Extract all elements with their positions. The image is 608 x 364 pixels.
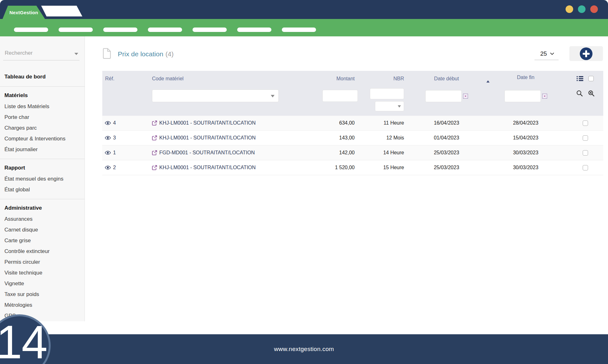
page-number: 14 xyxy=(0,315,47,364)
external-link-icon[interactable] xyxy=(152,135,157,140)
brand-tab[interactable]: NextGestion xyxy=(3,6,45,19)
nav-menu-item-redacted[interactable] xyxy=(14,28,48,32)
table-row: 2 KHJ-LM0001 - SOUTRAITANT/LOCATION 1 52… xyxy=(102,160,603,175)
nav-menu-item-redacted[interactable] xyxy=(237,28,271,32)
sidebar-header-tableau-de-bord[interactable]: Tableau de bord xyxy=(0,71,85,83)
select-all-checkbox[interactable] xyxy=(588,76,594,81)
column-date-fin[interactable]: Date fin xyxy=(484,75,567,83)
search-input[interactable] xyxy=(3,48,79,59)
footer-url: www.nextgestion.com xyxy=(274,346,334,353)
plus-icon xyxy=(580,47,592,60)
sidebar: Tableau de bordMatérielsListe des Matéri… xyxy=(0,36,85,321)
teal-dot-icon[interactable] xyxy=(578,5,586,13)
clear-search-icon[interactable] xyxy=(588,90,594,96)
code-filter-select[interactable] xyxy=(152,89,279,102)
sidebar-item-etat-mensuel-des-engins[interactable]: État mensuel des engins xyxy=(0,174,85,184)
sidebar-item-porte-char[interactable]: Porte char xyxy=(0,112,85,123)
chevron-down-icon[interactable] xyxy=(74,53,78,55)
table-row: 4 KHJ-LM0001 - SOUTRAITANT/LOCATION 634,… xyxy=(102,116,603,131)
code-link[interactable]: KHJ-LM0001 - SOUTRAITANT/LOCATION xyxy=(159,165,256,170)
column-code[interactable]: Code matériel xyxy=(152,76,314,82)
nav-menu-item-redacted[interactable] xyxy=(282,28,316,32)
data-table: Réf. Code matériel Montant NBR Date débu… xyxy=(102,71,603,175)
brand-name: NextGestion xyxy=(10,10,38,15)
page-size-select[interactable]: 25 xyxy=(535,49,559,60)
sidebar-item-liste-des-materiels[interactable]: Liste des Matériels xyxy=(0,101,85,112)
sort-asc-icon xyxy=(486,80,490,83)
sidebar-header-materiels[interactable]: Matériels xyxy=(0,90,85,101)
nbr-value: 11 Heure xyxy=(358,120,408,126)
sidebar-item-compteur-interventions[interactable]: Compteur & Interventions xyxy=(0,133,85,144)
nbr-unit-filter-select[interactable] xyxy=(375,101,404,111)
view-eye-icon[interactable] xyxy=(105,165,111,170)
nbr-value: 15 Heure xyxy=(358,165,408,170)
sidebar-header-rapport[interactable]: Rapport xyxy=(0,162,85,174)
column-montant[interactable]: Montant xyxy=(314,76,358,82)
sidebar-nav: Tableau de bordMatérielsListe des Matéri… xyxy=(0,68,85,321)
sidebar-item-carte-grise[interactable]: Carte grise xyxy=(0,235,85,246)
nav-menu-item-redacted[interactable] xyxy=(59,28,93,32)
menu-items xyxy=(0,19,608,32)
yellow-dot-icon[interactable] xyxy=(566,5,573,13)
date-fin-filter-input[interactable] xyxy=(504,90,541,102)
caret-down-icon xyxy=(398,105,401,108)
main-menu-bar xyxy=(0,19,608,36)
sidebar-item-assurances[interactable]: Assurances xyxy=(0,214,85,225)
column-ref[interactable]: Réf. xyxy=(102,76,152,82)
external-link-icon[interactable] xyxy=(152,165,157,170)
sidebar-search[interactable] xyxy=(3,48,79,60)
date-fin-value: 28/04/2023 xyxy=(484,120,567,126)
date-fin-value: 30/03/2023 xyxy=(484,150,567,156)
row-checkbox[interactable] xyxy=(583,165,588,170)
sidebar-item-visite-technique[interactable]: Visite technique xyxy=(0,268,85,278)
chevron-down-icon xyxy=(550,52,554,55)
view-eye-icon[interactable] xyxy=(105,121,111,125)
montant-value: 143,00 xyxy=(314,135,358,141)
sidebar-item-controle-extincteur[interactable]: Contrôle extincteur xyxy=(0,246,85,257)
code-link[interactable]: FGD-MD001 - SOUTRAITANT/LOCATION xyxy=(159,150,255,156)
red-dot-icon[interactable] xyxy=(590,5,598,13)
column-date-debut[interactable]: Date début xyxy=(408,76,484,82)
montant-filter-input[interactable] xyxy=(322,90,358,102)
row-checkbox[interactable] xyxy=(583,120,588,126)
sidebar-item-etat-journalier[interactable]: État journalier xyxy=(0,144,85,155)
sidebar-section-rapport: RapportÉtat mensuel des enginsÉtat globa… xyxy=(0,159,85,199)
external-link-icon[interactable] xyxy=(152,150,157,155)
montant-value: 142,00 xyxy=(314,150,358,156)
sidebar-item-carnet-disque[interactable]: Carnet disque xyxy=(0,225,85,235)
row-checkbox[interactable] xyxy=(583,150,588,156)
nbr-filter-input[interactable] xyxy=(370,88,404,99)
code-link[interactable]: KHJ-LM0001 - SOUTRAITANT/LOCATION xyxy=(159,135,256,141)
external-link-icon[interactable] xyxy=(152,120,157,126)
calendar-icon[interactable] xyxy=(542,94,547,99)
sidebar-item-vignette[interactable]: Vignette xyxy=(0,278,85,289)
page-number-badge: 14 xyxy=(0,314,51,364)
sidebar-section-tableau-de-bord: Tableau de bord xyxy=(0,68,85,86)
sidebar-header-administrative[interactable]: Administrative xyxy=(0,202,85,214)
view-eye-icon[interactable] xyxy=(105,151,111,155)
view-eye-icon[interactable] xyxy=(105,136,111,140)
sidebar-item-permis-circuler[interactable]: Permis circuler xyxy=(0,257,85,268)
sidebar-item-etat-global[interactable]: État global xyxy=(0,184,85,195)
calendar-icon[interactable] xyxy=(463,94,468,99)
ref-value: 2 xyxy=(113,165,116,170)
code-link[interactable]: KHJ-LM0001 - SOUTRAITANT/LOCATION xyxy=(159,120,256,126)
redacted-tab[interactable] xyxy=(41,6,82,16)
sidebar-item-taxe-sur-poids[interactable]: Taxe sur poids xyxy=(0,289,85,300)
column-nbr[interactable]: NBR xyxy=(358,76,408,82)
nav-menu-item-redacted[interactable] xyxy=(148,28,182,32)
sidebar-section-administrative: AdministrativeAssurancesCarnet disqueCar… xyxy=(0,199,85,321)
list-view-icon[interactable] xyxy=(577,76,583,81)
nav-menu-item-redacted[interactable] xyxy=(193,28,227,32)
sidebar-item-charges-parc[interactable]: Charges parc xyxy=(0,123,85,133)
ref-value: 4 xyxy=(113,120,116,126)
table-row: 1 FGD-MD001 - SOUTRAITANT/LOCATION 142,0… xyxy=(102,145,603,160)
add-button[interactable] xyxy=(569,46,603,61)
row-checkbox[interactable] xyxy=(583,135,588,141)
sidebar-item-metrologies[interactable]: Métrologies xyxy=(0,300,85,311)
nav-menu-item-redacted[interactable] xyxy=(103,28,137,32)
page-header: Prix de location(4) 25 xyxy=(85,36,608,71)
ref-value: 3 xyxy=(113,135,116,141)
search-icon[interactable] xyxy=(576,90,583,96)
date-debut-filter-input[interactable] xyxy=(425,90,462,102)
